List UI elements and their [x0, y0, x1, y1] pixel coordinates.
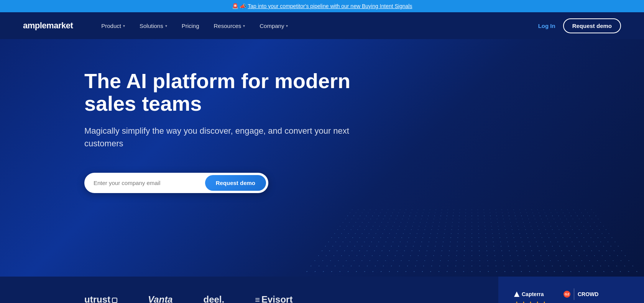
chevron-down-icon: ▾ — [165, 24, 167, 28]
evisort-icon: ≡ — [255, 295, 260, 303]
deel-logo: deel. — [203, 294, 224, 303]
g2-rating: G2 CROWD ★★★★★ — [564, 288, 598, 303]
nav-pricing[interactable]: Pricing — [176, 20, 205, 32]
chevron-down-icon: ▾ — [286, 24, 288, 28]
vanta-logo: Vanta — [148, 294, 172, 303]
hero-section: The AI platform for modern sales teams M… — [0, 39, 644, 277]
chevron-down-icon: ▾ — [243, 24, 245, 28]
utrust-icon — [112, 298, 117, 303]
login-button[interactable]: Log In — [538, 23, 555, 29]
capterra-stars: ★★★★★ — [514, 300, 548, 303]
email-input[interactable] — [94, 180, 205, 186]
ratings-section: Capterra ★★★★★ G2 CROWD ★★★★★ — [498, 277, 644, 303]
nav-actions: Log In Request demo — [538, 18, 621, 33]
social-proof-section: utrust Vanta deel. ≡Evisort Capterra ★★★… — [0, 277, 644, 303]
divider — [574, 288, 574, 300]
email-form: Request demo — [84, 173, 268, 193]
capterra-rating: Capterra ★★★★★ — [514, 291, 548, 303]
request-demo-button[interactable]: Request demo — [205, 175, 266, 191]
nav-product[interactable]: Product ▾ — [96, 20, 130, 32]
chevron-down-icon: ▾ — [123, 24, 125, 28]
hero-title: The AI platform for modern sales teams — [84, 70, 353, 115]
capterra-icon — [514, 291, 520, 297]
g2-circle-icon: G2 — [564, 291, 570, 298]
g2-logo: G2 CROWD — [564, 288, 598, 300]
logos-section: utrust Vanta deel. ≡Evisort — [0, 277, 498, 303]
evisort-logo: ≡Evisort — [255, 294, 292, 303]
main-nav: amplemarket Product ▾ Solutions ▾ Pricin… — [0, 12, 644, 39]
nav-company[interactable]: Company ▾ — [254, 20, 293, 32]
nav-solutions[interactable]: Solutions ▾ — [134, 20, 172, 32]
banner-emoji1: 🚨 — [232, 3, 238, 9]
utrust-logo: utrust — [84, 294, 117, 303]
hero-content: The AI platform for modern sales teams M… — [84, 70, 353, 193]
company-logos: utrust Vanta deel. ≡Evisort — [23, 294, 475, 303]
nav-request-demo-button[interactable]: Request demo — [563, 18, 621, 33]
logo[interactable]: amplemarket — [23, 21, 73, 31]
nav-links: Product ▾ Solutions ▾ Pricing Resources … — [96, 20, 538, 32]
announcement-banner: 🚨 📣 Tap into your competitor's pipeline … — [0, 0, 644, 12]
capterra-logo: Capterra — [514, 291, 544, 297]
banner-link[interactable]: Tap into your competitor's pipeline with… — [248, 3, 412, 9]
svg-marker-0 — [514, 292, 519, 297]
banner-emoji2: 📣 — [240, 3, 246, 9]
hero-subtitle: Magically simplify the way you discover,… — [84, 124, 353, 150]
nav-resources[interactable]: Resources ▾ — [209, 20, 251, 32]
